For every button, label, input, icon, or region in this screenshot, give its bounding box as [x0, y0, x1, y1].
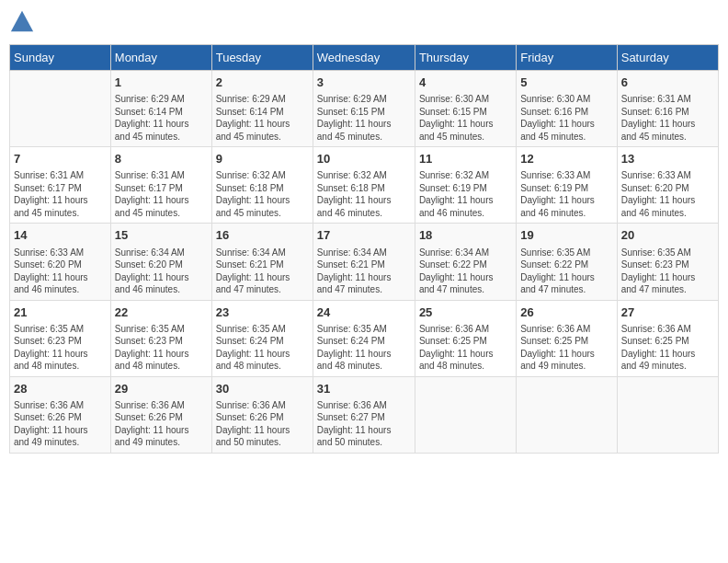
day-info: Sunrise: 6:29 AM Sunset: 6:14 PM Dayligh… — [216, 93, 309, 143]
weekday-header-monday: Monday — [110, 45, 211, 71]
calendar-cell: 18Sunrise: 6:34 AM Sunset: 6:22 PM Dayli… — [415, 224, 516, 300]
day-number: 26 — [520, 304, 613, 321]
day-number: 17 — [317, 227, 411, 244]
calendar-cell: 14Sunrise: 6:33 AM Sunset: 6:20 PM Dayli… — [10, 224, 111, 300]
day-number: 19 — [520, 227, 613, 244]
day-info: Sunrise: 6:30 AM Sunset: 6:16 PM Dayligh… — [520, 93, 613, 143]
day-number: 11 — [419, 151, 512, 167]
day-number: 8 — [115, 151, 208, 167]
day-info: Sunrise: 6:33 AM Sunset: 6:20 PM Dayligh… — [14, 247, 107, 296]
calendar-body: 1Sunrise: 6:29 AM Sunset: 6:14 PM Daylig… — [10, 71, 719, 454]
day-number: 13 — [621, 151, 714, 167]
day-info: Sunrise: 6:35 AM Sunset: 6:23 PM Dayligh… — [14, 323, 107, 373]
calendar-header-row: SundayMondayTuesdayWednesdayThursdayFrid… — [10, 45, 719, 71]
day-info: Sunrise: 6:30 AM Sunset: 6:15 PM Dayligh… — [419, 93, 512, 143]
day-number: 30 — [216, 381, 309, 397]
day-info: Sunrise: 6:36 AM Sunset: 6:25 PM Dayligh… — [621, 323, 714, 373]
day-info: Sunrise: 6:36 AM Sunset: 6:26 PM Dayligh… — [115, 399, 208, 449]
day-info: Sunrise: 6:36 AM Sunset: 6:26 PM Dayligh… — [216, 399, 309, 449]
day-info: Sunrise: 6:33 AM Sunset: 6:19 PM Dayligh… — [520, 169, 613, 219]
calendar-cell: 28Sunrise: 6:36 AM Sunset: 6:26 PM Dayli… — [10, 376, 111, 453]
calendar-week-row: 28Sunrise: 6:36 AM Sunset: 6:26 PM Dayli… — [10, 376, 719, 453]
calendar-cell: 26Sunrise: 6:36 AM Sunset: 6:25 PM Dayli… — [517, 300, 618, 376]
day-info: Sunrise: 6:36 AM Sunset: 6:25 PM Dayligh… — [520, 323, 613, 373]
weekday-header-thursday: Thursday — [415, 45, 516, 71]
calendar-week-row: 14Sunrise: 6:33 AM Sunset: 6:20 PM Dayli… — [10, 224, 719, 300]
day-info: Sunrise: 6:35 AM Sunset: 6:23 PM Dayligh… — [621, 247, 714, 296]
calendar-cell: 15Sunrise: 6:34 AM Sunset: 6:20 PM Dayli… — [110, 224, 211, 300]
day-info: Sunrise: 6:29 AM Sunset: 6:14 PM Dayligh… — [115, 93, 208, 143]
day-number: 6 — [621, 75, 714, 91]
calendar-cell: 29Sunrise: 6:36 AM Sunset: 6:26 PM Dayli… — [110, 376, 211, 453]
logo-icon — [9, 9, 35, 35]
calendar-cell — [415, 376, 516, 453]
calendar-cell: 25Sunrise: 6:36 AM Sunset: 6:25 PM Dayli… — [415, 300, 516, 376]
day-number: 3 — [317, 75, 411, 91]
day-number: 10 — [317, 151, 411, 167]
day-info: Sunrise: 6:36 AM Sunset: 6:27 PM Dayligh… — [317, 399, 411, 449]
calendar-cell: 4Sunrise: 6:30 AM Sunset: 6:15 PM Daylig… — [415, 71, 516, 147]
day-info: Sunrise: 6:31 AM Sunset: 6:16 PM Dayligh… — [621, 93, 714, 143]
calendar-cell: 1Sunrise: 6:29 AM Sunset: 6:14 PM Daylig… — [110, 71, 211, 147]
day-info: Sunrise: 6:35 AM Sunset: 6:24 PM Dayligh… — [317, 323, 411, 373]
calendar-cell: 6Sunrise: 6:31 AM Sunset: 6:16 PM Daylig… — [617, 71, 718, 147]
logo — [9, 9, 39, 35]
calendar-cell — [517, 376, 618, 453]
calendar-cell: 21Sunrise: 6:35 AM Sunset: 6:23 PM Dayli… — [10, 300, 111, 376]
day-info: Sunrise: 6:35 AM Sunset: 6:22 PM Dayligh… — [520, 247, 613, 296]
calendar-cell: 11Sunrise: 6:32 AM Sunset: 6:19 PM Dayli… — [415, 147, 516, 224]
calendar-cell: 8Sunrise: 6:31 AM Sunset: 6:17 PM Daylig… — [110, 147, 211, 224]
day-number: 28 — [14, 381, 107, 397]
day-info: Sunrise: 6:31 AM Sunset: 6:17 PM Dayligh… — [115, 169, 208, 219]
day-number: 25 — [419, 304, 512, 321]
day-number: 7 — [14, 151, 107, 167]
calendar-cell: 16Sunrise: 6:34 AM Sunset: 6:21 PM Dayli… — [211, 224, 313, 300]
calendar-week-row: 7Sunrise: 6:31 AM Sunset: 6:17 PM Daylig… — [10, 147, 719, 224]
weekday-header-tuesday: Tuesday — [211, 45, 313, 71]
calendar-cell: 2Sunrise: 6:29 AM Sunset: 6:14 PM Daylig… — [211, 71, 313, 147]
weekday-header-wednesday: Wednesday — [313, 45, 415, 71]
calendar-cell: 23Sunrise: 6:35 AM Sunset: 6:24 PM Dayli… — [211, 300, 313, 376]
calendar-cell: 24Sunrise: 6:35 AM Sunset: 6:24 PM Dayli… — [313, 300, 415, 376]
day-number: 27 — [621, 304, 714, 321]
day-info: Sunrise: 6:32 AM Sunset: 6:18 PM Dayligh… — [317, 169, 411, 219]
day-number: 31 — [317, 381, 411, 397]
svg-marker-0 — [11, 11, 33, 31]
calendar-cell: 19Sunrise: 6:35 AM Sunset: 6:22 PM Dayli… — [517, 224, 618, 300]
day-number: 29 — [115, 381, 208, 397]
weekday-header-saturday: Saturday — [617, 45, 718, 71]
day-info: Sunrise: 6:36 AM Sunset: 6:25 PM Dayligh… — [419, 323, 512, 373]
calendar-cell: 7Sunrise: 6:31 AM Sunset: 6:17 PM Daylig… — [10, 147, 111, 224]
day-number: 9 — [216, 151, 309, 167]
day-info: Sunrise: 6:34 AM Sunset: 6:22 PM Dayligh… — [419, 247, 512, 296]
calendar-cell: 20Sunrise: 6:35 AM Sunset: 6:23 PM Dayli… — [617, 224, 718, 300]
day-number: 16 — [216, 227, 309, 244]
day-info: Sunrise: 6:31 AM Sunset: 6:17 PM Dayligh… — [14, 169, 107, 219]
day-number: 24 — [317, 304, 411, 321]
day-number: 5 — [520, 75, 613, 91]
calendar-cell: 17Sunrise: 6:34 AM Sunset: 6:21 PM Dayli… — [313, 224, 415, 300]
day-number: 21 — [14, 304, 107, 321]
day-info: Sunrise: 6:33 AM Sunset: 6:20 PM Dayligh… — [621, 169, 714, 219]
weekday-header-sunday: Sunday — [10, 45, 111, 71]
calendar-cell: 13Sunrise: 6:33 AM Sunset: 6:20 PM Dayli… — [617, 147, 718, 224]
calendar-cell — [617, 376, 718, 453]
day-number: 4 — [419, 75, 512, 91]
day-info: Sunrise: 6:32 AM Sunset: 6:19 PM Dayligh… — [419, 169, 512, 219]
day-info: Sunrise: 6:35 AM Sunset: 6:24 PM Dayligh… — [216, 323, 309, 373]
calendar-cell: 12Sunrise: 6:33 AM Sunset: 6:19 PM Dayli… — [517, 147, 618, 224]
header — [9, 9, 719, 35]
day-info: Sunrise: 6:29 AM Sunset: 6:15 PM Dayligh… — [317, 93, 411, 143]
day-number: 2 — [216, 75, 309, 91]
calendar-week-row: 1Sunrise: 6:29 AM Sunset: 6:14 PM Daylig… — [10, 71, 719, 147]
day-info: Sunrise: 6:35 AM Sunset: 6:23 PM Dayligh… — [115, 323, 208, 373]
day-number: 23 — [216, 304, 309, 321]
day-number: 14 — [14, 227, 107, 244]
calendar-cell: 30Sunrise: 6:36 AM Sunset: 6:26 PM Dayli… — [211, 376, 313, 453]
day-info: Sunrise: 6:32 AM Sunset: 6:18 PM Dayligh… — [216, 169, 309, 219]
day-number: 15 — [115, 227, 208, 244]
day-number: 20 — [621, 227, 714, 244]
day-info: Sunrise: 6:34 AM Sunset: 6:21 PM Dayligh… — [216, 247, 309, 296]
calendar-cell: 27Sunrise: 6:36 AM Sunset: 6:25 PM Dayli… — [617, 300, 718, 376]
day-info: Sunrise: 6:34 AM Sunset: 6:20 PM Dayligh… — [115, 247, 208, 296]
